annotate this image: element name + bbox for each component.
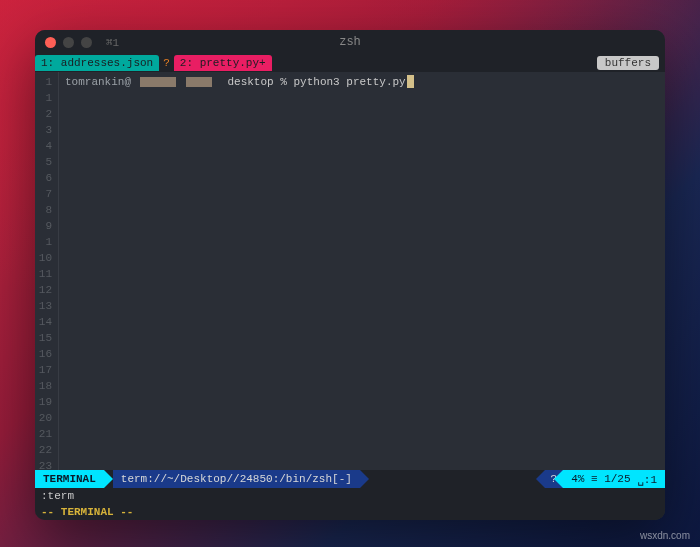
prompt-separator: %	[280, 76, 287, 88]
status-right: ? 4% ≡ 1/25 ␣:1	[545, 470, 665, 488]
line-number: 1	[35, 74, 52, 90]
line-number: 9	[35, 218, 52, 234]
line-number: 21	[35, 426, 52, 442]
status-line: TERMINAL term://~/Desktop//24850:/bin/zs…	[35, 470, 665, 488]
line-number: 6	[35, 170, 52, 186]
redacted-host-2	[186, 77, 212, 87]
line-number: 10	[35, 250, 52, 266]
watermark: wsxdn.com	[640, 530, 690, 541]
mode-line: -- TERMINAL --	[35, 504, 665, 520]
buffer-tab-2[interactable]: 2: pretty.py+	[174, 55, 272, 71]
buffer-bar: 1: addresses.json ? 2: pretty.py+ buffer…	[35, 54, 665, 72]
line-number: 1	[35, 234, 52, 250]
redacted-host-1	[140, 77, 176, 87]
maximize-icon[interactable]	[81, 37, 92, 48]
prompt-path: desktop	[227, 76, 273, 88]
prompt-line: tomrankin@ desktop % python3 pretty.py	[65, 74, 659, 90]
tab-indicator: ⌘1	[106, 36, 119, 49]
line-number: 14	[35, 314, 52, 330]
line-number: 1	[35, 90, 52, 106]
line-number: 4	[35, 138, 52, 154]
line-number: 13	[35, 298, 52, 314]
line-number: 12	[35, 282, 52, 298]
line-number: 8	[35, 202, 52, 218]
close-icon[interactable]	[45, 37, 56, 48]
titlebar: ⌘1 zsh	[35, 30, 665, 54]
status-mode: TERMINAL	[35, 470, 104, 488]
status-line-info: ≡ 1/25	[591, 473, 631, 485]
line-number: 17	[35, 362, 52, 378]
status-col-info: ␣:1	[637, 473, 657, 486]
line-number: 5	[35, 154, 52, 170]
line-number: 15	[35, 330, 52, 346]
line-number: 22	[35, 442, 52, 458]
line-number: 11	[35, 266, 52, 282]
prompt-command: python3 pretty.py	[293, 76, 405, 88]
line-number-gutter: 112345678911011121314151617181920212223	[35, 72, 59, 470]
line-number: 7	[35, 186, 52, 202]
buffers-label: buffers	[597, 56, 659, 70]
buffer-tab-label: 1: addresses.json	[41, 57, 153, 69]
command-line[interactable]: :term	[35, 488, 665, 504]
editor-area[interactable]: 112345678911011121314151617181920212223 …	[35, 72, 665, 470]
window-title: zsh	[339, 35, 361, 49]
line-number: 16	[35, 346, 52, 362]
line-number: 23	[35, 458, 52, 470]
status-percent: 4%	[571, 473, 584, 485]
question-icon: ?	[163, 57, 170, 69]
buffer-tab-icon: ?	[159, 55, 174, 71]
prompt-user: tomrankin@	[65, 76, 131, 88]
status-stats: 4% ≡ 1/25 ␣:1	[563, 470, 665, 488]
cursor-icon	[407, 75, 414, 88]
buffer-tab-label: 2: pretty.py+	[180, 57, 266, 69]
terminal-content[interactable]: tomrankin@ desktop % python3 pretty.py	[59, 72, 665, 470]
minimize-icon[interactable]	[63, 37, 74, 48]
line-number: 2	[35, 106, 52, 122]
line-number: 3	[35, 122, 52, 138]
buffer-tab-1[interactable]: 1: addresses.json	[35, 55, 159, 71]
status-path-label: term://~/Desktop//24850:/bin/zsh[-]	[121, 473, 352, 485]
line-number: 18	[35, 378, 52, 394]
line-number: 20	[35, 410, 52, 426]
line-number: 19	[35, 394, 52, 410]
terminal-window: ⌘1 zsh 1: addresses.json ? 2: pretty.py+…	[35, 30, 665, 520]
status-path: term://~/Desktop//24850:/bin/zsh[-]	[113, 470, 360, 488]
traffic-lights	[45, 37, 92, 48]
status-mode-label: TERMINAL	[43, 473, 96, 485]
